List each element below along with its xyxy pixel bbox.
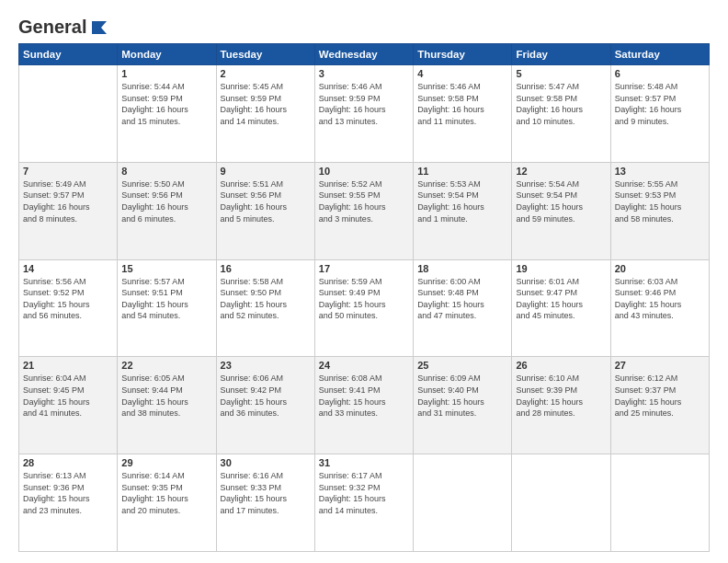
- day-info: Sunrise: 6:05 AM Sunset: 9:44 PM Dayligh…: [121, 373, 211, 419]
- day-number: 12: [516, 166, 606, 177]
- day-number: 25: [417, 360, 507, 371]
- calendar-day-cell: 27Sunrise: 6:12 AM Sunset: 9:37 PM Dayli…: [610, 357, 709, 454]
- day-number: 27: [615, 360, 705, 371]
- day-info: Sunrise: 5:46 AM Sunset: 9:58 PM Dayligh…: [417, 81, 507, 127]
- calendar-day-cell: 18Sunrise: 6:00 AM Sunset: 9:48 PM Dayli…: [414, 259, 512, 357]
- day-info: Sunrise: 5:53 AM Sunset: 9:54 PM Dayligh…: [417, 178, 507, 224]
- day-info: Sunrise: 6:16 AM Sunset: 9:33 PM Dayligh…: [221, 470, 311, 516]
- day-info: Sunrise: 5:54 AM Sunset: 9:54 PM Dayligh…: [516, 178, 606, 224]
- calendar-day-cell: 7Sunrise: 5:49 AM Sunset: 9:57 PM Daylig…: [19, 162, 118, 259]
- day-number: 23: [221, 360, 311, 371]
- calendar-day-cell: 16Sunrise: 5:58 AM Sunset: 9:50 PM Dayli…: [216, 259, 314, 357]
- day-info: Sunrise: 6:06 AM Sunset: 9:42 PM Dayligh…: [221, 373, 311, 419]
- calendar-day-cell: 5Sunrise: 5:47 AM Sunset: 9:58 PM Daylig…: [512, 65, 610, 163]
- day-info: Sunrise: 6:12 AM Sunset: 9:37 PM Dayligh…: [615, 373, 705, 419]
- calendar-day-cell: 9Sunrise: 5:51 AM Sunset: 9:56 PM Daylig…: [216, 162, 314, 259]
- calendar-header-row: SundayMondayTuesdayWednesdayThursdayFrid…: [19, 44, 710, 65]
- day-number: 30: [221, 457, 311, 468]
- page: General SundayMondayTuesdayWednesdayThur…: [0, 0, 728, 563]
- day-number: 14: [23, 263, 113, 274]
- calendar-week-row: 14Sunrise: 5:56 AM Sunset: 9:52 PM Dayli…: [19, 259, 710, 357]
- calendar-empty-cell: [512, 454, 610, 552]
- calendar-day-cell: 30Sunrise: 6:16 AM Sunset: 9:33 PM Dayli…: [216, 454, 314, 552]
- day-info: Sunrise: 6:00 AM Sunset: 9:48 PM Dayligh…: [417, 276, 507, 322]
- day-info: Sunrise: 6:17 AM Sunset: 9:32 PM Dayligh…: [319, 470, 409, 516]
- calendar-day-cell: 6Sunrise: 5:48 AM Sunset: 9:57 PM Daylig…: [610, 65, 709, 163]
- logo-flag-icon: [88, 19, 108, 36]
- calendar-empty-cell: [414, 454, 512, 552]
- day-info: Sunrise: 5:56 AM Sunset: 9:52 PM Dayligh…: [23, 276, 113, 322]
- calendar-day-cell: 15Sunrise: 5:57 AM Sunset: 9:51 PM Dayli…: [118, 259, 216, 357]
- calendar-day-cell: 25Sunrise: 6:09 AM Sunset: 9:40 PM Dayli…: [414, 357, 512, 454]
- calendar-day-cell: 24Sunrise: 6:08 AM Sunset: 9:41 PM Dayli…: [314, 357, 413, 454]
- calendar-day-cell: 29Sunrise: 6:14 AM Sunset: 9:35 PM Dayli…: [118, 454, 216, 552]
- calendar-day-cell: 21Sunrise: 6:04 AM Sunset: 9:45 PM Dayli…: [19, 357, 118, 454]
- day-number: 10: [319, 166, 409, 177]
- day-number: 20: [615, 263, 705, 274]
- day-info: Sunrise: 5:52 AM Sunset: 9:55 PM Dayligh…: [319, 178, 409, 224]
- day-info: Sunrise: 5:50 AM Sunset: 9:56 PM Dayligh…: [121, 178, 211, 224]
- calendar-day-cell: 10Sunrise: 5:52 AM Sunset: 9:55 PM Dayli…: [314, 162, 413, 259]
- logo-general: General: [18, 17, 86, 38]
- day-number: 17: [319, 263, 409, 274]
- day-info: Sunrise: 5:48 AM Sunset: 9:57 PM Dayligh…: [615, 81, 705, 127]
- calendar-week-row: 1Sunrise: 5:44 AM Sunset: 9:59 PM Daylig…: [19, 65, 710, 163]
- day-number: 28: [23, 457, 113, 468]
- day-number: 19: [516, 263, 606, 274]
- day-info: Sunrise: 5:58 AM Sunset: 9:50 PM Dayligh…: [221, 276, 311, 322]
- calendar-day-cell: 3Sunrise: 5:46 AM Sunset: 9:59 PM Daylig…: [314, 65, 413, 163]
- calendar-week-row: 28Sunrise: 6:13 AM Sunset: 9:36 PM Dayli…: [19, 454, 710, 552]
- calendar-empty-cell: [610, 454, 709, 552]
- calendar-day-cell: 20Sunrise: 6:03 AM Sunset: 9:46 PM Dayli…: [610, 259, 709, 357]
- col-header-thursday: Thursday: [414, 44, 512, 65]
- day-info: Sunrise: 6:14 AM Sunset: 9:35 PM Dayligh…: [121, 470, 211, 516]
- day-number: 16: [221, 263, 311, 274]
- day-info: Sunrise: 5:44 AM Sunset: 9:59 PM Dayligh…: [121, 81, 211, 127]
- day-number: 1: [121, 68, 211, 79]
- day-info: Sunrise: 5:46 AM Sunset: 9:59 PM Dayligh…: [319, 81, 409, 127]
- calendar-day-cell: 12Sunrise: 5:54 AM Sunset: 9:54 PM Dayli…: [512, 162, 610, 259]
- day-number: 13: [615, 166, 705, 177]
- calendar-day-cell: 19Sunrise: 6:01 AM Sunset: 9:47 PM Dayli…: [512, 259, 610, 357]
- calendar-day-cell: 28Sunrise: 6:13 AM Sunset: 9:36 PM Dayli…: [19, 454, 118, 552]
- calendar-day-cell: 8Sunrise: 5:50 AM Sunset: 9:56 PM Daylig…: [118, 162, 216, 259]
- day-number: 3: [319, 68, 409, 79]
- day-number: 2: [221, 68, 311, 79]
- day-info: Sunrise: 6:03 AM Sunset: 9:46 PM Dayligh…: [615, 276, 705, 322]
- calendar-empty-cell: [19, 65, 118, 163]
- day-number: 18: [417, 263, 507, 274]
- calendar-day-cell: 23Sunrise: 6:06 AM Sunset: 9:42 PM Dayli…: [216, 357, 314, 454]
- day-info: Sunrise: 6:08 AM Sunset: 9:41 PM Dayligh…: [319, 373, 409, 419]
- day-info: Sunrise: 5:57 AM Sunset: 9:51 PM Dayligh…: [121, 276, 211, 322]
- day-number: 26: [516, 360, 606, 371]
- day-number: 6: [615, 68, 705, 79]
- calendar-day-cell: 4Sunrise: 5:46 AM Sunset: 9:58 PM Daylig…: [414, 65, 512, 163]
- header: General: [18, 17, 710, 34]
- logo: General: [18, 17, 108, 34]
- day-number: 22: [121, 360, 211, 371]
- day-number: 15: [121, 263, 211, 274]
- day-number: 5: [516, 68, 606, 79]
- day-number: 29: [121, 457, 211, 468]
- day-info: Sunrise: 5:45 AM Sunset: 9:59 PM Dayligh…: [221, 81, 311, 127]
- day-number: 8: [121, 166, 211, 177]
- calendar-table: SundayMondayTuesdayWednesdayThursdayFrid…: [18, 43, 710, 552]
- col-header-saturday: Saturday: [610, 44, 709, 65]
- calendar-day-cell: 2Sunrise: 5:45 AM Sunset: 9:59 PM Daylig…: [216, 65, 314, 163]
- svg-marker-0: [92, 21, 107, 34]
- day-number: 4: [417, 68, 507, 79]
- calendar-day-cell: 13Sunrise: 5:55 AM Sunset: 9:53 PM Dayli…: [610, 162, 709, 259]
- calendar-day-cell: 14Sunrise: 5:56 AM Sunset: 9:52 PM Dayli…: [19, 259, 118, 357]
- calendar-day-cell: 17Sunrise: 5:59 AM Sunset: 9:49 PM Dayli…: [314, 259, 413, 357]
- calendar-day-cell: 11Sunrise: 5:53 AM Sunset: 9:54 PM Dayli…: [414, 162, 512, 259]
- day-number: 24: [319, 360, 409, 371]
- calendar-day-cell: 22Sunrise: 6:05 AM Sunset: 9:44 PM Dayli…: [118, 357, 216, 454]
- day-number: 21: [23, 360, 113, 371]
- day-info: Sunrise: 5:51 AM Sunset: 9:56 PM Dayligh…: [221, 178, 311, 224]
- day-info: Sunrise: 6:01 AM Sunset: 9:47 PM Dayligh…: [516, 276, 606, 322]
- day-info: Sunrise: 5:59 AM Sunset: 9:49 PM Dayligh…: [319, 276, 409, 322]
- day-number: 9: [221, 166, 311, 177]
- col-header-wednesday: Wednesday: [314, 44, 413, 65]
- calendar-day-cell: 26Sunrise: 6:10 AM Sunset: 9:39 PM Dayli…: [512, 357, 610, 454]
- calendar-week-row: 7Sunrise: 5:49 AM Sunset: 9:57 PM Daylig…: [19, 162, 710, 259]
